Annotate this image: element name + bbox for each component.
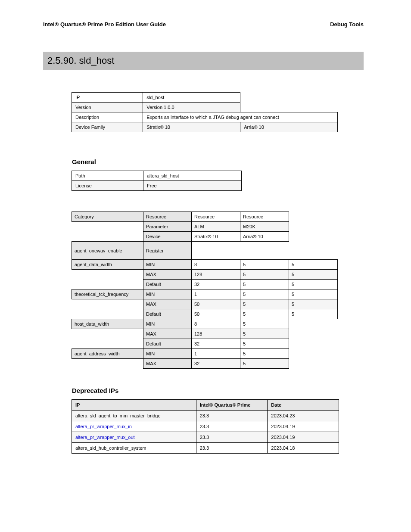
gcell-cat-label: Category: [72, 212, 143, 222]
cell-ip-label: IP: [72, 93, 143, 103]
cell-devfam-value-1: Stratix® 10: [143, 122, 240, 132]
dep-row2-date: 2023.04.19: [268, 421, 339, 432]
gcell-hdw-def-c3: 32: [192, 339, 240, 349]
gcell-agaddr-c1: agent_address_width: [72, 349, 143, 359]
gcell-hdw-c1: host_data_width: [72, 319, 143, 329]
dep-head-ip: IP: [72, 400, 196, 411]
page-title-bar: 2.5.90. sld_host: [43, 52, 364, 70]
general-heading: General: [72, 158, 411, 165]
gcell-hdw-def-c4: 5: [240, 339, 289, 349]
gcell-dev-c3: Stratix® 10: [192, 232, 240, 242]
dep-row3-ip-link[interactable]: altera_pr_wrapper_mux_out: [75, 435, 135, 440]
gcell-oneway-c2: Register: [143, 242, 192, 260]
gcell-adw-max-c4: 5: [240, 270, 289, 280]
gcell-hdw-max-c2: MAX: [143, 329, 192, 339]
general-table: Path altera_sld_host License Free: [72, 171, 242, 191]
gcell-hdw-min-c3: 8: [192, 319, 240, 329]
gcell-adw-c1: agent_data_width: [72, 260, 143, 270]
gcell-adw-min-c5: 5: [289, 260, 338, 270]
gcell-adw-def-c3: 32: [192, 280, 240, 289]
cell-desc-value: Exports an interface to which a JTAG deb…: [143, 112, 338, 122]
gcell-param-c2: Parameter: [143, 222, 192, 232]
dep-head-ver: Intel® Quartus® Prime: [196, 400, 268, 411]
gcell-adw-min-c4: 5: [240, 260, 289, 270]
gcell-adw-max-c2: MAX: [143, 270, 192, 280]
gcell-tck-max-c4: 5: [240, 299, 289, 309]
dep-row4-ver: 23.3: [196, 443, 268, 454]
gcell-tck-def-c4: 5: [240, 309, 289, 319]
gcell-tck-max-c5: 5: [289, 299, 338, 309]
gcell-hdw-max-c4: 5: [240, 329, 289, 339]
gcell-tck-def-c2: Default: [143, 309, 192, 319]
gcell-tck-max-c3: 50: [192, 299, 240, 309]
cell-version-label: Version: [72, 103, 143, 112]
header-rule: [43, 30, 366, 30]
cell-version-value: Version 1.0.0: [143, 103, 240, 112]
gcell-dev-c2: Device: [143, 232, 192, 242]
gcell-param-c4: M20K: [240, 222, 289, 232]
gcell-adw-def-c4: 5: [240, 280, 289, 289]
gcell-tck-min-c5: 5: [289, 289, 338, 299]
gcell-tck-min-c2: MIN: [143, 289, 192, 299]
gcell-tck-c1: theoretical_tck_frequency: [72, 289, 143, 299]
dep-row3-ver: 23.3: [196, 432, 268, 443]
cell-devfam-value-2: Arria® 10: [240, 122, 338, 132]
dep-row1-ver: 23.3: [196, 411, 268, 421]
header-left: Intel® Quartus® Prime Pro Edition User G…: [43, 21, 166, 28]
gcell-adw-max-c5: 5: [289, 270, 338, 280]
gcell-agaddr-min-c3: 1: [192, 349, 240, 359]
gcell-adw-min-c3: 8: [192, 260, 240, 270]
deprecated-table: IP Intel® Quartus® Prime Date altera_sld…: [72, 399, 339, 454]
cell-path-label: Path: [72, 171, 143, 181]
dep-head-date: Date: [268, 400, 339, 411]
gcell-hdw-def-c2: Default: [143, 339, 192, 349]
gcell-dev-c4: Arria® 10: [240, 232, 289, 242]
gcell-hdw-min-c2: MIN: [143, 319, 192, 329]
gcell-hdw-min-c4: 5: [240, 319, 289, 329]
resource-grid: Category Resource Resource Resource Para…: [72, 212, 338, 369]
header-right: Debug Tools: [330, 21, 364, 28]
cell-devfam-label: Device Family: [72, 122, 143, 132]
gcell-cat-c2: Resource: [143, 212, 192, 222]
gcell-tck-def-c5: 5: [289, 309, 338, 319]
gcell-agaddr-max-c3: 32: [192, 359, 240, 369]
dep-row2-ip-link[interactable]: altera_pr_wrapper_mux_in: [75, 424, 132, 429]
gcell-cat-c3: Resource: [192, 212, 240, 222]
gcell-adw-def-c2: Default: [143, 280, 192, 289]
gcell-adw-max-c3: 128: [192, 270, 240, 280]
gcell-tck-max-c2: MAX: [143, 299, 192, 309]
cell-license-value: Free: [143, 181, 242, 191]
dep-row4-ip: altera_sld_hub_controller_system: [72, 443, 196, 454]
dep-row3-date: 2023.04.19: [268, 432, 339, 443]
deprecated-heading: Deprecated IPs: [72, 387, 411, 394]
gcell-agaddr-min-c2: MIN: [143, 349, 192, 359]
gcell-oneway-c1: agent_oneway_enable: [72, 242, 143, 260]
cell-path-value: altera_sld_host: [143, 171, 242, 181]
gcell-adw-min-c2: MIN: [143, 260, 192, 270]
dep-row2-ver: 23.3: [196, 421, 268, 432]
gcell-hdw-max-c3: 128: [192, 329, 240, 339]
info-table: IP sld_host Version Version 1.0.0 Descri…: [72, 92, 338, 132]
dep-row1-date: 2023.04.23: [268, 411, 339, 421]
gcell-agaddr-max-c4: 5: [240, 359, 289, 369]
gcell-tck-def-c3: 50: [192, 309, 240, 319]
page-header: Intel® Quartus® Prime Pro Edition User G…: [0, 0, 411, 30]
cell-ip-value: sld_host: [143, 93, 240, 103]
gcell-agaddr-max-c2: MAX: [143, 359, 192, 369]
dep-row4-date: 2023.04.18: [268, 443, 339, 454]
gcell-tck-min-c4: 5: [240, 289, 289, 299]
dep-row1-ip: altera_sld_agent_to_mm_master_bridge: [72, 411, 196, 421]
gcell-adw-def-c5: 5: [289, 280, 338, 289]
cell-license-label: License: [72, 181, 143, 191]
page-title: 2.5.90. sld_host: [47, 55, 114, 66]
gcell-agaddr-min-c4: 5: [240, 349, 289, 359]
gcell-cat-c4: Resource: [240, 212, 289, 222]
gcell-tck-min-c3: 1: [192, 289, 240, 299]
cell-desc-label: Description: [72, 112, 143, 122]
gcell-param-c3: ALM: [192, 222, 240, 232]
